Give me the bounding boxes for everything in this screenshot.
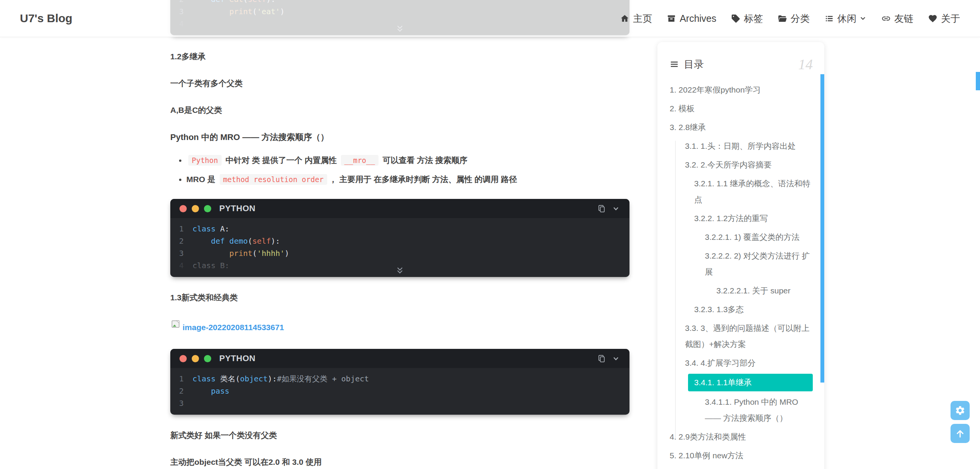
page-scrollbar-thumb[interactable] <box>976 72 980 90</box>
toc-item[interactable]: 2. 模板 <box>670 101 813 117</box>
expand-code-icon[interactable] <box>395 265 405 275</box>
toc-scrollbar-thumb[interactable] <box>820 74 824 383</box>
toc-row: 3.2.2.2. 2) 对父类方法进行 扩展 <box>670 248 813 280</box>
back-to-top-button[interactable] <box>951 424 970 443</box>
settings-fab-button[interactable] <box>951 401 970 420</box>
link-icon <box>881 14 891 23</box>
line-number: 3 <box>170 247 192 259</box>
window-dot-red <box>179 205 187 212</box>
nav-item-categories[interactable]: 分类 <box>778 12 810 25</box>
toc-row: 3.2.3. 1.3多态 <box>670 301 813 318</box>
nav-item-label: 标签 <box>744 12 763 25</box>
broken-image-row: image-20220208114533671 <box>170 319 629 336</box>
heading-mro: Python 中的 MRO —— 方法搜索顺序（） <box>170 132 629 143</box>
toc-row: 5. 2.10单例 new方法 <box>670 448 813 464</box>
image-alt-link[interactable]: image-20220208114533671 <box>183 323 284 332</box>
toc-row: 3. 2.8继承 <box>670 119 813 135</box>
collapse-code-icon[interactable] <box>611 204 620 213</box>
code-line: 1class 类名(object):#如果没有父类 + object <box>170 373 629 385</box>
toc-item[interactable]: 3.1. 1.头：日期、所学内容出处 <box>685 138 813 154</box>
toc-row: 3.1. 1.头：日期、所学内容出处 <box>670 138 813 154</box>
window-dot-green <box>204 205 211 212</box>
bullet-item: MRO 是 method resolution order， 主要用于 在多继承… <box>186 173 629 186</box>
toc-item[interactable]: 3. 2.8继承 <box>670 119 813 135</box>
toc-item[interactable]: 3.2.2. 1.2方法的重写 <box>694 210 813 226</box>
tag-icon <box>731 14 740 23</box>
toc-item[interactable]: 3.2. 2.今天所学内容摘要 <box>685 157 813 173</box>
toc-row: 3.2. 2.今天所学内容摘要 <box>670 157 813 173</box>
chevron-down-icon <box>859 15 867 22</box>
toc-item[interactable]: 3.2.2.2.1. 关于 super <box>716 283 813 299</box>
toc-row: 2. 模板 <box>670 101 813 117</box>
toc-item[interactable]: 3.3. 3、遇到的问题描述（可以附上截图）+解决方案 <box>685 320 813 352</box>
inline-code: __mro__ <box>341 155 378 166</box>
toc-row: 3.2.2.1. 1) 覆盖父类的方法 <box>670 229 813 245</box>
article-content: PYTHON 12 def eat(self):3 print('eat')4 … <box>170 0 629 469</box>
toc-row: 3.4.1.1. Python 中的 MRO —— 方法搜索顺序（） <box>670 394 813 426</box>
navbar: U7's Blog 主页Archives标签分类休闲友链关于 <box>0 0 980 37</box>
nav-item-tags[interactable]: 标签 <box>731 12 763 25</box>
nav-item-label: Archives <box>680 13 716 24</box>
toc-item[interactable]: 5. 2.10单例 new方法 <box>670 448 813 464</box>
collapse-code-icon[interactable] <box>611 354 620 363</box>
site-logo[interactable]: U7's Blog <box>20 12 72 25</box>
nav-item-about[interactable]: 关于 <box>928 12 960 25</box>
toc-row: 1. 2022年寒假python学习 <box>670 82 813 98</box>
copy-code-icon[interactable] <box>597 354 606 363</box>
paragraph: 新式类好 如果一个类没有父类 <box>170 430 629 441</box>
code-line: 3 <box>170 397 629 409</box>
window-dot-green <box>204 355 211 362</box>
gear-icon <box>955 405 965 416</box>
toc-item[interactable]: 1. 2022年寒假python学习 <box>670 82 813 98</box>
heading-new-old-class: 1.3新式类和经典类 <box>170 292 629 303</box>
toc-header: 目录 14 <box>670 56 813 73</box>
nav-item-label: 关于 <box>941 12 960 25</box>
bullet-list: Python 中针对 类 提供了一个 内置属性 __mro__ 可以查看 方法 … <box>170 154 629 186</box>
inline-code: Python <box>188 155 222 166</box>
toc-item[interactable]: 3.4.1.1. Python 中的 MRO —— 方法搜索顺序（） <box>705 394 813 426</box>
toc-item[interactable]: 3.4. 4.扩展学习部分 <box>685 355 813 371</box>
window-dot-red <box>179 355 187 362</box>
code-line: 1class A: <box>170 223 629 235</box>
nav-item-friends[interactable]: 友链 <box>881 12 913 25</box>
code-block-header: PYTHON <box>170 199 629 218</box>
toc-item-active[interactable]: 3.4.1. 1.1单继承 <box>688 374 813 391</box>
code-language-label: PYTHON <box>219 353 256 363</box>
paragraph: A,B是C的父类 <box>170 105 629 116</box>
line-number: 2 <box>170 385 192 397</box>
nav-item-archives[interactable]: Archives <box>667 13 716 24</box>
toc-list: 1. 2022年寒假python学习2. 模板3. 2.8继承3.1. 1.头：… <box>670 82 813 464</box>
toc-row: 3.2.2. 1.2方法的重写 <box>670 210 813 226</box>
toc-item[interactable]: 3.2.3. 1.3多态 <box>694 301 813 318</box>
toc-item[interactable]: 4. 2.9类方法和类属性 <box>670 429 813 445</box>
code-body: 1class 类名(object):#如果没有父类 + object2 pass… <box>170 368 629 415</box>
folder-icon <box>778 14 787 23</box>
paragraph: 主动把object当父类 可以在2.0 和 3.0 使用 <box>170 457 629 467</box>
toc-row: 3.2.1. 1.1 继承的概念、语法和特点 <box>670 176 813 208</box>
paragraph: 一个子类有多个父类 <box>170 78 629 89</box>
copy-code-icon[interactable] <box>597 204 606 213</box>
toc-row: 3.2.2.2.1. 关于 super <box>670 283 813 299</box>
heart-icon <box>928 14 938 23</box>
nav-item-home[interactable]: 主页 <box>620 12 652 25</box>
toc-row: 3.3. 3、遇到的问题描述（可以附上截图）+解决方案 <box>670 320 813 352</box>
nav-item-label: 休闲 <box>837 12 856 25</box>
toc-item[interactable]: 3.2.2.1. 1) 覆盖父类的方法 <box>705 229 813 245</box>
code-line: 2 def demo(self): <box>170 235 629 247</box>
line-number: 3 <box>170 397 192 409</box>
toc-row: 3.4.1. 1.1单继承 <box>670 374 813 391</box>
line-number: 2 <box>170 235 192 247</box>
toc-item[interactable]: 3.2.1. 1.1 继承的概念、语法和特点 <box>694 176 813 208</box>
nav-item-leisure[interactable]: 休闲 <box>824 12 867 25</box>
toc-item[interactable]: 3.2.2.2. 2) 对父类方法进行 扩展 <box>705 248 813 280</box>
code-block-2: PYTHON 1class 类名(object):#如果没有父类 + objec… <box>170 349 629 415</box>
line-number: 1 <box>170 373 192 385</box>
toc-title: 目录 <box>684 58 704 71</box>
code-line: 3 print('hhhh') <box>170 247 629 259</box>
toc-card: 目录 14 1. 2022年寒假python学习2. 模板3. 2.8继承3.1… <box>657 42 824 469</box>
heading-multi-inherit: 1.2多继承 <box>170 51 629 62</box>
archives-icon <box>667 14 676 23</box>
inline-code: method resolution order <box>220 174 327 185</box>
toc-progress-count: 14 <box>798 56 813 73</box>
arrow-up-icon <box>955 428 965 439</box>
